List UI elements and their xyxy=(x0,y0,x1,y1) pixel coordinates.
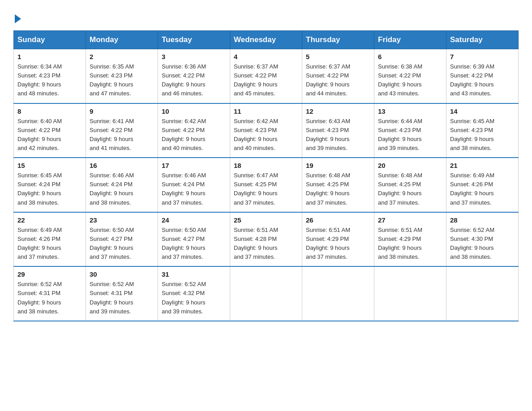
calendar-cell: 12 Sunrise: 6:43 AMSunset: 4:23 PMDaylig… xyxy=(302,103,374,158)
day-number: 17 xyxy=(162,162,226,169)
calendar-cell xyxy=(374,266,446,321)
logo xyxy=(13,13,21,21)
day-number: 18 xyxy=(234,162,298,169)
calendar-cell: 9 Sunrise: 6:41 AMSunset: 4:22 PMDayligh… xyxy=(86,103,158,158)
calendar-cell: 8 Sunrise: 6:40 AMSunset: 4:22 PMDayligh… xyxy=(14,103,86,158)
day-info: Sunrise: 6:52 AMSunset: 4:30 PMDaylight:… xyxy=(450,226,515,262)
day-info: Sunrise: 6:34 AMSunset: 4:23 PMDaylight:… xyxy=(17,62,82,98)
day-info: Sunrise: 6:47 AMSunset: 4:25 PMDaylight:… xyxy=(234,171,298,207)
day-info: Sunrise: 6:42 AMSunset: 4:22 PMDaylight:… xyxy=(162,117,226,153)
day-number: 11 xyxy=(234,107,298,115)
calendar-cell: 10 Sunrise: 6:42 AMSunset: 4:22 PMDaylig… xyxy=(158,103,230,158)
day-number: 31 xyxy=(162,270,226,278)
calendar-cell: 17 Sunrise: 6:46 AMSunset: 4:24 PMDaylig… xyxy=(158,158,230,212)
week-row-2: 8 Sunrise: 6:40 AMSunset: 4:22 PMDayligh… xyxy=(14,103,519,158)
day-number: 27 xyxy=(378,216,442,224)
header-friday: Friday xyxy=(374,31,446,49)
day-info: Sunrise: 6:46 AMSunset: 4:24 PMDaylight:… xyxy=(90,171,154,207)
day-info: Sunrise: 6:52 AMSunset: 4:31 PMDaylight:… xyxy=(90,280,154,316)
day-info: Sunrise: 6:44 AMSunset: 4:23 PMDaylight:… xyxy=(378,117,442,153)
day-number: 14 xyxy=(450,107,515,115)
week-row-4: 22 Sunrise: 6:49 AMSunset: 4:26 PMDaylig… xyxy=(14,212,519,267)
calendar-cell: 19 Sunrise: 6:48 AMSunset: 4:25 PMDaylig… xyxy=(302,158,374,212)
header-thursday: Thursday xyxy=(302,31,374,49)
calendar-cell: 24 Sunrise: 6:50 AMSunset: 4:27 PMDaylig… xyxy=(158,212,230,267)
day-number: 20 xyxy=(378,162,442,169)
day-info: Sunrise: 6:48 AMSunset: 4:25 PMDaylight:… xyxy=(306,171,370,207)
day-number: 1 xyxy=(17,53,82,60)
day-number: 3 xyxy=(162,53,226,60)
day-info: Sunrise: 6:49 AMSunset: 4:26 PMDaylight:… xyxy=(450,171,515,207)
calendar-cell: 20 Sunrise: 6:48 AMSunset: 4:25 PMDaylig… xyxy=(374,158,446,212)
calendar-cell: 15 Sunrise: 6:45 AMSunset: 4:24 PMDaylig… xyxy=(14,158,86,212)
day-number: 13 xyxy=(378,107,442,115)
day-info: Sunrise: 6:49 AMSunset: 4:26 PMDaylight:… xyxy=(17,226,82,262)
calendar-cell: 30 Sunrise: 6:52 AMSunset: 4:31 PMDaylig… xyxy=(86,266,158,321)
day-number: 12 xyxy=(306,107,370,115)
calendar-cell: 25 Sunrise: 6:51 AMSunset: 4:28 PMDaylig… xyxy=(230,212,302,267)
logo-top xyxy=(13,13,21,23)
calendar-cell xyxy=(302,266,374,321)
day-number: 21 xyxy=(450,162,515,169)
calendar-cell: 23 Sunrise: 6:50 AMSunset: 4:27 PMDaylig… xyxy=(86,212,158,267)
day-info: Sunrise: 6:48 AMSunset: 4:25 PMDaylight:… xyxy=(378,171,442,207)
day-info: Sunrise: 6:40 AMSunset: 4:22 PMDaylight:… xyxy=(17,117,82,153)
day-number: 30 xyxy=(90,270,154,278)
day-info: Sunrise: 6:42 AMSunset: 4:23 PMDaylight:… xyxy=(234,117,298,153)
day-info: Sunrise: 6:43 AMSunset: 4:23 PMDaylight:… xyxy=(306,117,370,153)
header-wednesday: Wednesday xyxy=(230,31,302,49)
calendar-cell: 22 Sunrise: 6:49 AMSunset: 4:26 PMDaylig… xyxy=(14,212,86,267)
day-info: Sunrise: 6:41 AMSunset: 4:22 PMDaylight:… xyxy=(90,117,154,153)
day-number: 19 xyxy=(306,162,370,169)
day-number: 26 xyxy=(306,216,370,224)
day-info: Sunrise: 6:51 AMSunset: 4:29 PMDaylight:… xyxy=(378,226,442,262)
calendar-cell: 28 Sunrise: 6:52 AMSunset: 4:30 PMDaylig… xyxy=(446,212,519,267)
day-number: 16 xyxy=(90,162,154,169)
day-number: 10 xyxy=(162,107,226,115)
logo-arrow-icon xyxy=(15,14,21,23)
day-number: 5 xyxy=(306,53,370,60)
day-info: Sunrise: 6:51 AMSunset: 4:28 PMDaylight:… xyxy=(234,226,298,262)
day-info: Sunrise: 6:51 AMSunset: 4:29 PMDaylight:… xyxy=(306,226,370,262)
day-info: Sunrise: 6:38 AMSunset: 4:22 PMDaylight:… xyxy=(378,62,442,98)
calendar-cell: 27 Sunrise: 6:51 AMSunset: 4:29 PMDaylig… xyxy=(374,212,446,267)
calendar-cell: 18 Sunrise: 6:47 AMSunset: 4:25 PMDaylig… xyxy=(230,158,302,212)
week-row-3: 15 Sunrise: 6:45 AMSunset: 4:24 PMDaylig… xyxy=(14,158,519,212)
calendar-cell: 31 Sunrise: 6:52 AMSunset: 4:32 PMDaylig… xyxy=(158,266,230,321)
day-number: 29 xyxy=(17,270,82,278)
calendar-cell: 1 Sunrise: 6:34 AMSunset: 4:23 PMDayligh… xyxy=(14,49,86,103)
day-number: 4 xyxy=(234,53,298,60)
page-header xyxy=(13,13,519,21)
calendar-cell: 5 Sunrise: 6:37 AMSunset: 4:22 PMDayligh… xyxy=(302,49,374,103)
calendar-cell: 4 Sunrise: 6:37 AMSunset: 4:22 PMDayligh… xyxy=(230,49,302,103)
day-info: Sunrise: 6:36 AMSunset: 4:22 PMDaylight:… xyxy=(162,62,226,98)
header-tuesday: Tuesday xyxy=(158,31,230,49)
calendar-cell: 14 Sunrise: 6:45 AMSunset: 4:23 PMDaylig… xyxy=(446,103,519,158)
week-row-1: 1 Sunrise: 6:34 AMSunset: 4:23 PMDayligh… xyxy=(14,49,519,103)
calendar-cell: 7 Sunrise: 6:39 AMSunset: 4:22 PMDayligh… xyxy=(446,49,519,103)
calendar-cell: 11 Sunrise: 6:42 AMSunset: 4:23 PMDaylig… xyxy=(230,103,302,158)
day-info: Sunrise: 6:50 AMSunset: 4:27 PMDaylight:… xyxy=(90,226,154,262)
day-info: Sunrise: 6:37 AMSunset: 4:22 PMDaylight:… xyxy=(234,62,298,98)
day-info: Sunrise: 6:52 AMSunset: 4:31 PMDaylight:… xyxy=(17,280,82,316)
day-number: 2 xyxy=(90,53,154,60)
day-number: 6 xyxy=(378,53,442,60)
calendar-cell: 2 Sunrise: 6:35 AMSunset: 4:23 PMDayligh… xyxy=(86,49,158,103)
calendar-cell: 3 Sunrise: 6:36 AMSunset: 4:22 PMDayligh… xyxy=(158,49,230,103)
day-info: Sunrise: 6:37 AMSunset: 4:22 PMDaylight:… xyxy=(306,62,370,98)
header-sunday: Sunday xyxy=(14,31,86,49)
calendar-cell: 6 Sunrise: 6:38 AMSunset: 4:22 PMDayligh… xyxy=(374,49,446,103)
day-info: Sunrise: 6:45 AMSunset: 4:23 PMDaylight:… xyxy=(450,117,515,153)
day-number: 23 xyxy=(90,216,154,224)
day-number: 9 xyxy=(90,107,154,115)
calendar-table: SundayMondayTuesdayWednesdayThursdayFrid… xyxy=(13,30,519,321)
day-info: Sunrise: 6:52 AMSunset: 4:32 PMDaylight:… xyxy=(162,280,226,316)
calendar-cell: 29 Sunrise: 6:52 AMSunset: 4:31 PMDaylig… xyxy=(14,266,86,321)
day-number: 24 xyxy=(162,216,226,224)
day-number: 25 xyxy=(234,216,298,224)
day-info: Sunrise: 6:50 AMSunset: 4:27 PMDaylight:… xyxy=(162,226,226,262)
day-number: 15 xyxy=(17,162,82,169)
calendar-cell xyxy=(446,266,519,321)
day-info: Sunrise: 6:39 AMSunset: 4:22 PMDaylight:… xyxy=(450,62,515,98)
calendar-header-row: SundayMondayTuesdayWednesdayThursdayFrid… xyxy=(14,31,519,49)
